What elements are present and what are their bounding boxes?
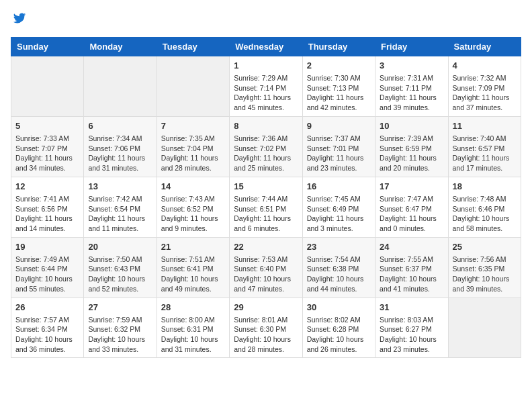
- day-info: Sunrise: 7:53 AM Sunset: 6:40 PM Dayligh…: [234, 255, 298, 294]
- day-number: 11: [453, 120, 517, 132]
- day-info: Sunrise: 7:55 AM Sunset: 6:37 PM Dayligh…: [380, 255, 443, 294]
- day-info: Sunrise: 7:35 AM Sunset: 7:04 PM Dayligh…: [161, 134, 225, 173]
- calendar-week-row: 1Sunrise: 7:29 AM Sunset: 7:14 PM Daylig…: [11, 56, 521, 116]
- day-number: 9: [307, 120, 371, 132]
- day-info: Sunrise: 7:40 AM Sunset: 6:57 PM Dayligh…: [453, 134, 517, 173]
- day-info: Sunrise: 7:34 AM Sunset: 7:06 PM Dayligh…: [88, 134, 152, 173]
- calendar-cell: 17Sunrise: 7:47 AM Sunset: 6:47 PM Dayli…: [375, 177, 448, 237]
- day-number: 12: [15, 181, 79, 193]
- day-number: 17: [380, 181, 443, 193]
- day-number: 14: [161, 181, 225, 193]
- weekday-header-monday: Monday: [84, 37, 157, 56]
- calendar-cell: 27Sunrise: 7:59 AM Sunset: 6:32 PM Dayli…: [84, 298, 157, 358]
- weekday-header-thursday: Thursday: [302, 37, 375, 56]
- calendar-cell: 30Sunrise: 8:02 AM Sunset: 6:28 PM Dayli…: [302, 298, 375, 358]
- calendar-cell: 31Sunrise: 8:03 AM Sunset: 6:27 PM Dayli…: [375, 298, 448, 358]
- weekday-header-saturday: Saturday: [448, 37, 521, 56]
- day-number: 4: [453, 60, 517, 72]
- weekday-header-sunday: Sunday: [11, 37, 84, 56]
- calendar-cell: 22Sunrise: 7:53 AM Sunset: 6:40 PM Dayli…: [230, 237, 302, 298]
- day-number: 31: [380, 302, 443, 314]
- calendar-cell: 9Sunrise: 7:37 AM Sunset: 7:01 PM Daylig…: [302, 116, 375, 177]
- day-number: 13: [88, 181, 152, 193]
- calendar-cell: 25Sunrise: 7:56 AM Sunset: 6:35 PM Dayli…: [448, 237, 521, 298]
- calendar-cell: [11, 56, 84, 116]
- weekday-header-wednesday: Wednesday: [230, 37, 302, 56]
- day-info: Sunrise: 7:29 AM Sunset: 7:14 PM Dayligh…: [234, 73, 298, 113]
- calendar-cell: 10Sunrise: 7:39 AM Sunset: 6:59 PM Dayli…: [375, 116, 448, 177]
- day-number: 24: [380, 241, 443, 253]
- day-number: 22: [234, 241, 298, 253]
- day-info: Sunrise: 7:30 AM Sunset: 7:13 PM Dayligh…: [307, 73, 371, 113]
- day-number: 28: [161, 302, 225, 314]
- day-number: 26: [15, 302, 79, 314]
- day-info: Sunrise: 7:33 AM Sunset: 7:07 PM Dayligh…: [15, 134, 79, 173]
- day-number: 29: [234, 302, 298, 314]
- calendar-cell: 21Sunrise: 7:51 AM Sunset: 6:41 PM Dayli…: [157, 237, 229, 298]
- day-info: Sunrise: 7:43 AM Sunset: 6:52 PM Dayligh…: [161, 194, 225, 234]
- day-info: Sunrise: 8:02 AM Sunset: 6:28 PM Dayligh…: [307, 315, 371, 355]
- day-info: Sunrise: 7:48 AM Sunset: 6:46 PM Dayligh…: [453, 194, 517, 234]
- day-info: Sunrise: 7:41 AM Sunset: 6:56 PM Dayligh…: [15, 194, 79, 234]
- day-number: 23: [307, 241, 371, 253]
- calendar-cell: 26Sunrise: 7:57 AM Sunset: 6:34 PM Dayli…: [11, 298, 84, 358]
- day-number: 3: [380, 60, 443, 72]
- day-info: Sunrise: 7:49 AM Sunset: 6:44 PM Dayligh…: [15, 255, 79, 294]
- calendar-cell: [157, 56, 229, 116]
- day-info: Sunrise: 7:51 AM Sunset: 6:41 PM Dayligh…: [161, 255, 225, 294]
- day-number: 20: [88, 241, 152, 253]
- calendar-cell: 29Sunrise: 8:01 AM Sunset: 6:30 PM Dayli…: [230, 298, 302, 358]
- calendar-cell: 24Sunrise: 7:55 AM Sunset: 6:37 PM Dayli…: [375, 237, 448, 298]
- day-number: 10: [380, 120, 443, 132]
- day-number: 19: [15, 241, 79, 253]
- calendar-week-row: 5Sunrise: 7:33 AM Sunset: 7:07 PM Daylig…: [11, 116, 521, 177]
- day-number: 8: [234, 120, 298, 132]
- logo: [11, 11, 27, 29]
- day-info: Sunrise: 7:44 AM Sunset: 6:51 PM Dayligh…: [234, 194, 298, 234]
- day-info: Sunrise: 7:57 AM Sunset: 6:34 PM Dayligh…: [15, 315, 79, 355]
- calendar-cell: [448, 298, 521, 358]
- day-info: Sunrise: 7:47 AM Sunset: 6:47 PM Dayligh…: [380, 194, 443, 234]
- calendar-cell: [84, 56, 157, 116]
- day-info: Sunrise: 7:31 AM Sunset: 7:11 PM Dayligh…: [380, 73, 443, 113]
- day-number: 5: [15, 120, 79, 132]
- calendar-cell: 15Sunrise: 7:44 AM Sunset: 6:51 PM Dayli…: [230, 177, 302, 237]
- calendar-cell: 8Sunrise: 7:36 AM Sunset: 7:02 PM Daylig…: [230, 116, 302, 177]
- day-number: 15: [234, 181, 298, 193]
- day-info: Sunrise: 7:42 AM Sunset: 6:54 PM Dayligh…: [88, 194, 152, 234]
- calendar-cell: 20Sunrise: 7:50 AM Sunset: 6:43 PM Dayli…: [84, 237, 157, 298]
- calendar-week-row: 26Sunrise: 7:57 AM Sunset: 6:34 PM Dayli…: [11, 298, 521, 358]
- day-info: Sunrise: 7:32 AM Sunset: 7:09 PM Dayligh…: [453, 73, 517, 113]
- day-number: 27: [88, 302, 152, 314]
- calendar-cell: 28Sunrise: 8:00 AM Sunset: 6:31 PM Dayli…: [157, 298, 229, 358]
- logo-text: [11, 11, 27, 29]
- day-number: 21: [161, 241, 225, 253]
- day-number: 6: [88, 120, 152, 132]
- day-info: Sunrise: 7:50 AM Sunset: 6:43 PM Dayligh…: [88, 255, 152, 294]
- calendar-cell: 5Sunrise: 7:33 AM Sunset: 7:07 PM Daylig…: [11, 116, 84, 177]
- day-info: Sunrise: 7:56 AM Sunset: 6:35 PM Dayligh…: [453, 255, 517, 294]
- day-info: Sunrise: 7:39 AM Sunset: 6:59 PM Dayligh…: [380, 134, 443, 173]
- day-number: 25: [453, 241, 517, 253]
- day-number: 16: [307, 181, 371, 193]
- day-info: Sunrise: 8:00 AM Sunset: 6:31 PM Dayligh…: [161, 315, 225, 355]
- calendar-cell: 12Sunrise: 7:41 AM Sunset: 6:56 PM Dayli…: [11, 177, 84, 237]
- calendar-cell: 6Sunrise: 7:34 AM Sunset: 7:06 PM Daylig…: [84, 116, 157, 177]
- day-number: 1: [234, 60, 298, 72]
- calendar-cell: 16Sunrise: 7:45 AM Sunset: 6:49 PM Dayli…: [302, 177, 375, 237]
- day-info: Sunrise: 8:01 AM Sunset: 6:30 PM Dayligh…: [234, 315, 298, 355]
- day-number: 30: [307, 302, 371, 314]
- day-number: 18: [453, 181, 517, 193]
- day-info: Sunrise: 7:37 AM Sunset: 7:01 PM Dayligh…: [307, 134, 371, 173]
- page-header: [11, 11, 521, 29]
- calendar-week-row: 12Sunrise: 7:41 AM Sunset: 6:56 PM Dayli…: [11, 177, 521, 237]
- weekday-header-friday: Friday: [375, 37, 448, 56]
- calendar-cell: 23Sunrise: 7:54 AM Sunset: 6:38 PM Dayli…: [302, 237, 375, 298]
- logo-bird-icon: [12, 11, 27, 26]
- day-info: Sunrise: 7:54 AM Sunset: 6:38 PM Dayligh…: [307, 255, 371, 294]
- calendar-week-row: 19Sunrise: 7:49 AM Sunset: 6:44 PM Dayli…: [11, 237, 521, 298]
- calendar-cell: 3Sunrise: 7:31 AM Sunset: 7:11 PM Daylig…: [375, 56, 448, 116]
- day-number: 7: [161, 120, 225, 132]
- day-info: Sunrise: 8:03 AM Sunset: 6:27 PM Dayligh…: [380, 315, 443, 355]
- calendar-cell: 19Sunrise: 7:49 AM Sunset: 6:44 PM Dayli…: [11, 237, 84, 298]
